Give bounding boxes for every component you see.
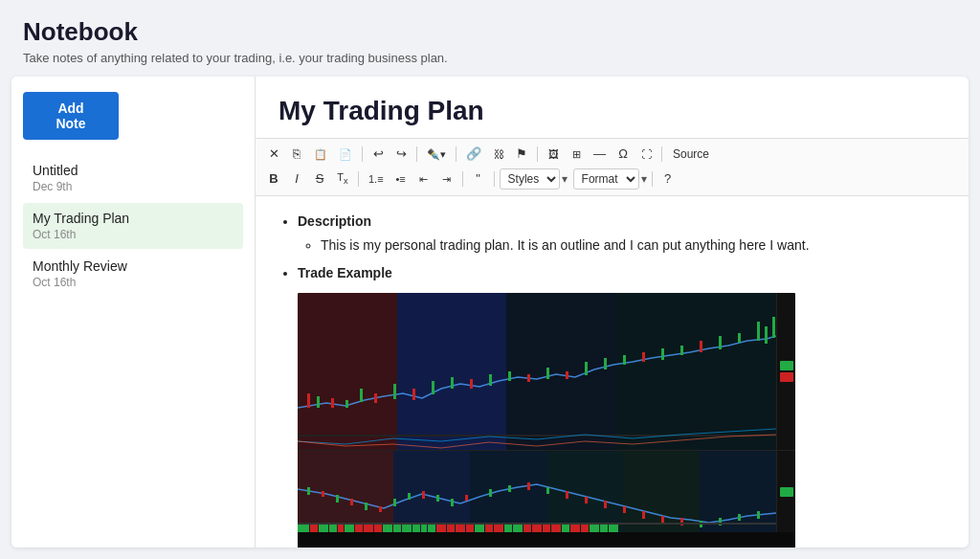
table-btn[interactable]: ⊞ — [566, 145, 587, 165]
maximize-btn[interactable]: ⛶ — [635, 145, 657, 165]
svg-rect-81 — [466, 525, 474, 532]
svg-rect-76 — [421, 525, 427, 532]
svg-rect-66 — [329, 525, 337, 532]
svg-rect-45 — [451, 499, 454, 506]
price-tag-red — [780, 372, 793, 382]
outdent-btn[interactable]: ⇤ — [413, 169, 434, 190]
undo-btn[interactable]: ↩ — [368, 143, 389, 166]
svg-rect-23 — [661, 348, 664, 360]
note-date-untitled: Dec 9th — [33, 180, 234, 193]
copy-btn[interactable]: ⎘ — [286, 143, 307, 166]
description-sublist: This is my personal trading plan. It is … — [298, 234, 946, 257]
trade-chart — [298, 293, 795, 548]
help-btn[interactable]: ? — [657, 168, 679, 190]
svg-rect-36 — [322, 491, 324, 497]
svg-rect-46 — [465, 495, 468, 501]
paste-btn[interactable]: 📋 — [309, 145, 332, 165]
note-item-trading-plan[interactable]: My Trading Plan Oct 16th — [23, 203, 243, 249]
svg-rect-21 — [623, 355, 626, 365]
svg-rect-18 — [566, 371, 568, 379]
chart-upper-svg — [298, 293, 795, 450]
svg-rect-88 — [532, 525, 542, 532]
svg-rect-60 — [738, 514, 741, 521]
special-char-btn[interactable]: Ω — [612, 143, 634, 166]
svg-rect-17 — [546, 368, 549, 379]
remove-format-btn[interactable]: Tx — [332, 168, 353, 190]
strikethrough-btn[interactable]: S — [309, 168, 330, 190]
chart-price-sidebar — [776, 293, 795, 450]
svg-rect-65 — [319, 525, 328, 532]
svg-rect-89 — [543, 525, 550, 532]
svg-rect-27 — [738, 333, 741, 343]
svg-rect-56 — [661, 516, 664, 523]
svg-rect-83 — [485, 525, 493, 532]
svg-rect-72 — [383, 525, 392, 532]
paste-text-btn[interactable]: 📄 — [334, 145, 357, 165]
svg-rect-30 — [393, 451, 470, 532]
note-date-trading-plan: Oct 16th — [33, 228, 234, 241]
svg-rect-4 — [317, 396, 320, 408]
svg-rect-87 — [523, 525, 531, 532]
toolbar-sep-9 — [652, 171, 653, 187]
editor-content[interactable]: Description This is my personal trading … — [256, 196, 969, 548]
svg-rect-93 — [581, 525, 589, 532]
svg-rect-19 — [585, 362, 588, 375]
format-select[interactable]: Format — [573, 168, 639, 190]
link-btn[interactable]: 🔗 — [461, 143, 486, 166]
svg-rect-38 — [350, 499, 353, 505]
svg-rect-67 — [338, 525, 344, 532]
image-btn[interactable]: 🖼 — [543, 145, 564, 165]
svg-rect-42 — [408, 493, 411, 500]
svg-rect-91 — [562, 525, 569, 532]
italic-btn[interactable]: I — [286, 168, 307, 190]
description-sub-item: This is my personal trading plan. It is … — [321, 234, 946, 257]
unlink-btn[interactable]: ⛓ — [488, 145, 509, 165]
svg-rect-70 — [364, 525, 373, 532]
svg-rect-62 — [298, 523, 776, 525]
format-paste-btn[interactable]: ✒️▾ — [422, 145, 451, 165]
svg-rect-94 — [590, 525, 599, 532]
source-btn[interactable]: Source — [667, 144, 715, 166]
indent-btn[interactable]: ⇥ — [436, 169, 457, 190]
svg-rect-37 — [336, 495, 339, 503]
svg-rect-73 — [393, 525, 401, 532]
svg-rect-50 — [546, 487, 549, 494]
hr-btn[interactable]: ― — [589, 143, 611, 166]
note-item-untitled[interactable]: Untitled Dec 9th — [23, 155, 243, 201]
redo-btn[interactable]: ↪ — [390, 143, 412, 166]
anchor-btn[interactable]: ⚑ — [511, 143, 532, 166]
ordered-list-btn[interactable]: 1.≡ — [364, 169, 389, 190]
svg-rect-14 — [489, 374, 492, 386]
add-note-button[interactable]: Add Note — [23, 92, 119, 140]
note-item-monthly-review[interactable]: Monthly Review Oct 16th — [23, 251, 243, 297]
svg-rect-78 — [436, 525, 446, 532]
svg-rect-10 — [412, 389, 415, 400]
bullet-trade-example: Trade Example — [298, 261, 946, 548]
svg-rect-35 — [307, 487, 310, 495]
editor-title: My Trading Plan — [256, 77, 969, 138]
toolbar-sep-7 — [462, 171, 463, 187]
bold-btn[interactable]: B — [263, 168, 284, 190]
svg-rect-64 — [310, 525, 318, 532]
svg-rect-13 — [470, 379, 473, 389]
svg-rect-32 — [546, 451, 623, 532]
svg-rect-68 — [345, 525, 354, 532]
svg-rect-85 — [504, 525, 512, 532]
price-tag-green — [780, 361, 793, 370]
svg-rect-95 — [600, 525, 608, 532]
svg-rect-51 — [566, 491, 568, 499]
cut-btn[interactable]: ✕ — [263, 143, 284, 166]
svg-rect-1 — [765, 326, 768, 344]
svg-rect-6 — [345, 400, 348, 408]
blockquote-btn[interactable]: " — [468, 168, 489, 190]
editor-area: My Trading Plan ✕ ⎘ 📋 📄 ↩ ↪ ✒️▾ 🔗 ⛓ ⚑ — [256, 77, 969, 548]
unordered-list-btn[interactable]: •≡ — [390, 169, 412, 190]
styles-select[interactable]: Styles — [500, 168, 560, 190]
toolbar-sep-2 — [416, 146, 417, 162]
svg-rect-86 — [513, 525, 523, 532]
svg-rect-3 — [307, 393, 310, 408]
note-date-monthly-review: Oct 16th — [33, 276, 234, 289]
svg-rect-44 — [436, 495, 439, 502]
svg-rect-0 — [757, 322, 760, 341]
svg-rect-47 — [489, 489, 492, 497]
